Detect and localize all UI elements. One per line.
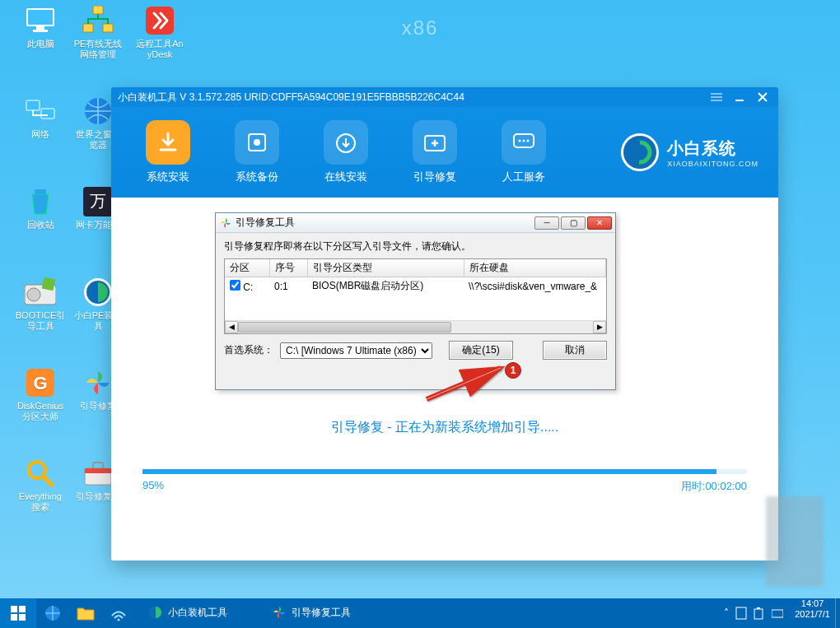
pinwheel-icon xyxy=(82,366,114,399)
svg-rect-50 xyxy=(754,609,763,619)
wan-badge-icon: 万 xyxy=(82,185,114,218)
col-type[interactable]: 引导分区类型 xyxy=(307,259,464,277)
progress-percent: 95% xyxy=(142,479,164,494)
horizontal-scrollbar[interactable]: ◀ ▶ xyxy=(225,320,606,333)
svg-rect-8 xyxy=(41,109,54,119)
chat-icon xyxy=(502,120,546,165)
toolbox-icon xyxy=(82,457,114,490)
svg-point-38 xyxy=(523,140,525,142)
keyboard-icon[interactable] xyxy=(772,607,783,619)
dialog-minimize-button[interactable]: ─ xyxy=(534,216,559,230)
svg-rect-5 xyxy=(103,24,113,32)
confirm-button[interactable]: 确定(15) xyxy=(449,341,513,360)
progress-bar xyxy=(142,469,747,474)
svg-rect-52 xyxy=(772,610,783,617)
main-menu-button[interactable] xyxy=(707,91,726,104)
start-button[interactable] xyxy=(0,598,36,628)
desktop-icon-this-pc[interactable]: 此电脑 xyxy=(15,4,66,49)
col-partition[interactable]: 分区 xyxy=(225,259,269,277)
desktop-icon-diskgenius[interactable]: G DiskGenius分区大师 xyxy=(15,366,66,422)
desktop-icon-everything[interactable]: Everything搜索 xyxy=(15,457,66,513)
show-desktop-button[interactable] xyxy=(835,598,840,628)
nav-boot-repair[interactable]: 引导修复 xyxy=(398,114,472,191)
row-checkbox[interactable] xyxy=(230,280,240,291)
taskbar-clock[interactable]: 14:07 2021/7/1 xyxy=(790,598,835,628)
xiaobai-icon xyxy=(82,276,114,309)
folder-icon xyxy=(77,605,95,621)
table-row[interactable]: C: 0:1 BIOS(MBR磁盘启动分区) \\?\scsi#disk&ven… xyxy=(225,277,606,295)
dialog-close-button[interactable]: ✕ xyxy=(587,216,612,230)
desktop-icon-pe-network[interactable]: PE有线无线网络管理 xyxy=(72,4,124,60)
svg-rect-0 xyxy=(27,9,54,26)
taskbar-pinned-explorer[interactable] xyxy=(69,598,102,628)
svg-rect-2 xyxy=(33,30,48,32)
repair-status-line: 引导修复 - 正在为新装系统增加引导..... xyxy=(142,419,747,436)
desktop-icon-anydesk[interactable]: 远程工具AnyDesk xyxy=(134,4,185,60)
svg-rect-4 xyxy=(83,24,93,32)
svg-text:G: G xyxy=(33,373,47,393)
scroll-left-button[interactable]: ◀ xyxy=(225,321,238,333)
svg-point-37 xyxy=(519,140,521,142)
dialog-maximize-button[interactable]: ▢ xyxy=(561,216,586,230)
monitor-icon xyxy=(24,4,57,37)
svg-point-14 xyxy=(27,288,40,301)
pinwheel-icon xyxy=(272,605,287,620)
taskbar-app-boot-repair[interactable]: 引导修复工具 xyxy=(264,598,387,628)
windows-icon xyxy=(11,606,26,621)
wifi-signal-icon xyxy=(110,604,128,622)
main-titlebar[interactable]: 小白装机工具 V 3.1.572.285 URID:CDFF5A594C09E1… xyxy=(111,87,778,107)
pref-system-label: 首选系统： xyxy=(224,343,273,357)
desktop-icon-bootice[interactable]: BOOTICE引导工具 xyxy=(15,276,66,332)
nav-system-backup[interactable]: 系统备份 xyxy=(220,114,294,191)
desktop-icon-recycle-bin[interactable]: 回收站 xyxy=(15,185,66,230)
brand: 小白系统 XIAOBAIXITONG.COM xyxy=(621,133,758,171)
diskgenius-icon: G xyxy=(24,366,57,399)
main-title-text: 小白装机工具 V 3.1.572.285 URID:CDFF5A594C09E1… xyxy=(118,91,464,105)
taskbar: 小白装机工具 引导修复工具 ˄ 14:07 2021/7/1 xyxy=(0,598,840,628)
progress-elapsed: 用时:00:02:00 xyxy=(681,479,747,494)
svg-rect-44 xyxy=(11,614,17,621)
blurred-region xyxy=(766,496,824,587)
nav-human-service[interactable]: 人工服务 xyxy=(487,114,561,191)
pref-system-select[interactable]: C:\ [Windows 7 Ultimate (x86)] xyxy=(280,342,432,359)
boot-repair-dialog: 引导修复工具 ─ ▢ ✕ 引导修复程序即将在以下分区写入引导文件，请您确认。 分… xyxy=(215,212,616,390)
trash-icon xyxy=(24,185,57,218)
network-devices-icon xyxy=(82,4,114,37)
network-icon xyxy=(24,95,57,128)
col-disk[interactable]: 所在硬盘 xyxy=(464,259,606,277)
nav-system-install[interactable]: 系统安装 xyxy=(131,114,205,191)
taskbar-pinned-wifi[interactable] xyxy=(102,598,135,628)
dialog-message: 引导修复程序即将在以下分区写入引导文件，请您确认。 xyxy=(224,240,607,254)
anydesk-icon xyxy=(143,4,176,37)
pinwheel-icon xyxy=(219,216,232,230)
svg-point-39 xyxy=(527,140,530,142)
svg-rect-49 xyxy=(736,607,746,619)
system-tray[interactable]: ˄ xyxy=(717,598,790,628)
taskbar-app-xiaobai[interactable]: 小白装机工具 xyxy=(140,598,264,628)
svg-rect-1 xyxy=(36,26,44,30)
main-minimize-button[interactable] xyxy=(730,91,749,104)
battery-icon[interactable] xyxy=(754,607,765,620)
download-icon xyxy=(146,120,190,165)
taskbar-pinned-browser[interactable] xyxy=(36,598,69,628)
globe-icon xyxy=(82,95,114,128)
svg-rect-3 xyxy=(93,6,103,14)
nav-online-install[interactable]: 在线安装 xyxy=(309,114,383,191)
desktop-icon-network[interactable]: 网络 xyxy=(15,95,66,140)
svg-rect-51 xyxy=(757,607,760,609)
col-index[interactable]: 序号 xyxy=(269,259,307,277)
svg-rect-45 xyxy=(19,614,26,621)
svg-line-21 xyxy=(44,477,52,485)
search-icon xyxy=(24,457,57,490)
svg-rect-24 xyxy=(85,468,111,473)
scroll-thumb[interactable] xyxy=(238,322,451,333)
scroll-right-button[interactable]: ▶ xyxy=(593,321,606,333)
progress-fill xyxy=(142,469,716,474)
document-icon[interactable] xyxy=(735,607,747,620)
svg-rect-7 xyxy=(26,100,40,110)
dialog-titlebar[interactable]: 引导修复工具 ─ ▢ ✕ xyxy=(216,213,615,233)
cancel-button[interactable]: 取消 xyxy=(543,341,607,360)
tray-chevron-icon[interactable]: ˄ xyxy=(724,607,729,619)
main-close-button[interactable] xyxy=(754,91,772,104)
firstaid-icon xyxy=(413,120,457,165)
